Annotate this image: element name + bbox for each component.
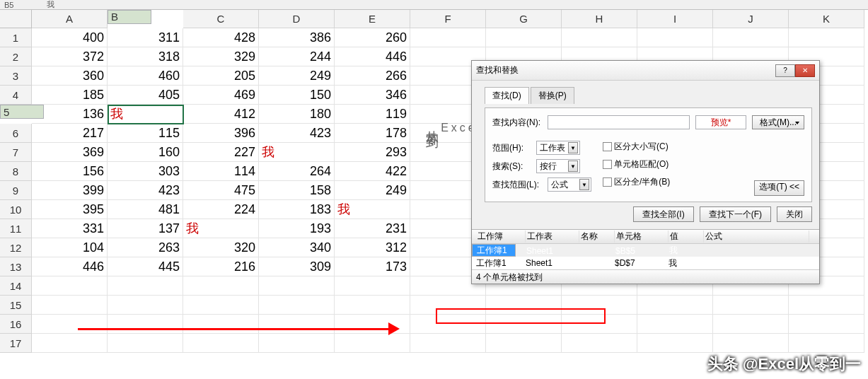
find-all-button[interactable]: 查找全部(I) <box>633 206 693 222</box>
row-header[interactable]: 1 <box>0 28 32 47</box>
cell[interactable]: 340 <box>259 238 335 257</box>
tab-find[interactable]: 查找(D) <box>485 87 529 104</box>
column-header[interactable]: E <box>335 10 410 28</box>
dialog-close-button[interactable]: 关闭 <box>777 206 812 222</box>
cell[interactable]: 我 <box>183 219 259 238</box>
cell[interactable] <box>183 296 259 315</box>
cell[interactable]: 293 <box>335 143 410 162</box>
cell[interactable] <box>562 28 637 47</box>
cell[interactable]: 我 <box>259 143 335 162</box>
help-button[interactable]: ? <box>775 64 795 77</box>
select-all-corner[interactable] <box>0 10 32 28</box>
row-header[interactable]: 2 <box>0 47 32 66</box>
cell[interactable]: 180 <box>259 105 335 124</box>
cell[interactable]: 386 <box>259 28 335 47</box>
cell[interactable]: 318 <box>108 47 183 66</box>
column-header[interactable]: J <box>713 10 789 28</box>
cell[interactable] <box>410 28 486 47</box>
cell[interactable]: 395 <box>32 200 108 219</box>
cell[interactable] <box>713 315 789 334</box>
row-header[interactable]: 9 <box>0 181 32 200</box>
cell[interactable]: 396 <box>183 124 259 143</box>
cell[interactable]: 249 <box>335 181 410 200</box>
cell[interactable] <box>335 276 410 296</box>
cell[interactable]: 231 <box>335 219 410 238</box>
match-whole-checkbox[interactable]: 单元格匹配(O) <box>603 158 670 170</box>
cell[interactable]: 320 <box>183 238 259 257</box>
cell[interactable]: 399 <box>32 181 108 200</box>
cell[interactable] <box>32 334 108 353</box>
cell[interactable] <box>410 334 486 353</box>
cell[interactable]: 205 <box>183 66 259 86</box>
cell[interactable]: 446 <box>335 47 410 66</box>
cell[interactable]: 311 <box>108 28 183 47</box>
row-header[interactable]: 11 <box>0 219 32 238</box>
result-row[interactable]: 工作簿1Sheet1$D$7我 <box>472 257 819 269</box>
cell[interactable] <box>789 28 864 47</box>
cell[interactable] <box>789 315 864 334</box>
cell[interactable]: 227 <box>183 143 259 162</box>
cell[interactable] <box>486 28 562 47</box>
cell[interactable] <box>713 28 789 47</box>
cell[interactable]: 372 <box>32 47 108 66</box>
cell[interactable]: 423 <box>259 124 335 143</box>
cell[interactable]: 136 <box>32 105 108 124</box>
cell[interactable]: 137 <box>108 219 183 238</box>
cell[interactable] <box>486 334 562 353</box>
cell[interactable]: 156 <box>32 162 108 181</box>
search-select[interactable]: 按行▼ <box>536 159 580 173</box>
row-header[interactable]: 16 <box>0 315 32 334</box>
row-header[interactable]: 10 <box>0 200 32 219</box>
match-width-checkbox[interactable]: 区分全/半角(B) <box>603 176 670 188</box>
cell[interactable]: 369 <box>32 143 108 162</box>
cell[interactable]: 150 <box>259 86 335 105</box>
cell[interactable]: 405 <box>108 86 183 105</box>
cell[interactable]: 114 <box>183 162 259 181</box>
cell[interactable] <box>32 315 108 334</box>
cell[interactable]: 173 <box>335 257 410 276</box>
column-header[interactable]: G <box>486 10 562 28</box>
cell[interactable] <box>32 296 108 315</box>
cell[interactable]: 115 <box>108 124 183 143</box>
cell[interactable]: 104 <box>32 238 108 257</box>
cell[interactable]: 400 <box>32 28 108 47</box>
column-header[interactable]: C <box>183 10 259 28</box>
preview-button[interactable]: 预览* <box>695 115 746 129</box>
cell[interactable] <box>108 315 183 334</box>
cell[interactable]: 469 <box>183 86 259 105</box>
cell[interactable] <box>108 276 183 296</box>
format-button[interactable]: 格式(M)... <box>752 115 804 129</box>
cell[interactable] <box>108 334 183 353</box>
cell[interactable] <box>713 296 789 315</box>
cell[interactable] <box>259 296 335 315</box>
cell[interactable]: 481 <box>108 200 183 219</box>
cell[interactable]: 193 <box>259 219 335 238</box>
row-header[interactable]: 8 <box>0 162 32 181</box>
cell[interactable]: 244 <box>259 47 335 66</box>
column-header[interactable]: H <box>562 10 637 28</box>
cell[interactable]: 119 <box>335 105 410 124</box>
find-content-input[interactable] <box>548 115 690 129</box>
scope-select[interactable]: 工作表▼ <box>536 141 580 155</box>
cell[interactable]: 我 <box>335 200 410 219</box>
column-header[interactable]: A <box>32 10 108 28</box>
cell[interactable] <box>32 276 108 296</box>
cell[interactable] <box>183 276 259 296</box>
result-row[interactable]: 工作簿1Sheet1$B$5我 <box>472 244 516 257</box>
row-header[interactable]: 17 <box>0 334 32 353</box>
cell[interactable] <box>108 296 183 315</box>
cell[interactable] <box>637 315 713 334</box>
column-header[interactable]: K <box>789 10 864 28</box>
cell[interactable] <box>259 276 335 296</box>
cell[interactable] <box>789 334 864 353</box>
cell[interactable]: 158 <box>259 181 335 200</box>
cell[interactable]: 428 <box>183 28 259 47</box>
close-button[interactable]: ✕ <box>795 64 815 77</box>
cell[interactable] <box>259 315 335 334</box>
cell[interactable]: 我 <box>108 105 183 124</box>
match-case-checkbox[interactable]: 区分大小写(C) <box>603 141 670 153</box>
formula-content[interactable]: 我 <box>47 0 54 10</box>
cell[interactable]: 185 <box>32 86 108 105</box>
cell[interactable]: 329 <box>183 47 259 66</box>
cell[interactable] <box>335 334 410 353</box>
